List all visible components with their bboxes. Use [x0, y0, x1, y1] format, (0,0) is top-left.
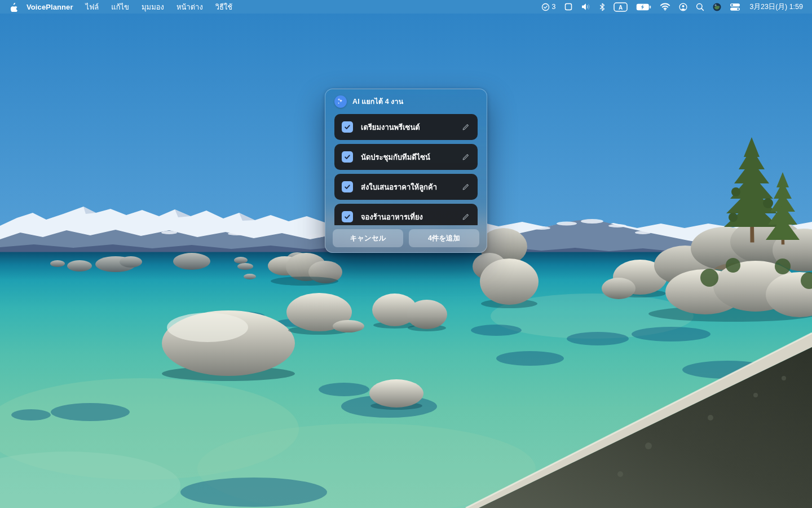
- task-row: นัดประชุมกับทีมดีไซน์: [334, 144, 478, 170]
- task-checkbox[interactable]: [342, 211, 353, 222]
- edit-task-button[interactable]: [460, 122, 470, 132]
- status-task-counter[interactable]: 3: [541, 3, 556, 11]
- task-row: จองร้านอาหารเที่ยง: [334, 204, 478, 225]
- ai-sparkle-icon: [337, 98, 345, 106]
- ai-task-dialog: AI แยกได้ 4 งาน เตรียมงานพรีเซนต์: [325, 89, 487, 253]
- pencil-icon: [461, 123, 470, 132]
- volume-icon: [581, 3, 591, 11]
- apple-menu[interactable]: [9, 2, 17, 12]
- status-user[interactable]: [679, 3, 687, 11]
- menu-file[interactable]: ไฟล์: [86, 1, 99, 13]
- status-volume[interactable]: [581, 3, 591, 11]
- status-control-center[interactable]: [730, 3, 740, 11]
- task-label: นัดประชุมกับทีมดีไซน์: [361, 151, 460, 163]
- user-account-icon: [679, 3, 687, 11]
- display-icon: [564, 3, 572, 11]
- checkmark-icon: [344, 124, 351, 130]
- checkmark-icon: [344, 154, 351, 160]
- pencil-icon: [461, 183, 470, 191]
- task-label: เตรียมงานพรีเซนต์: [361, 121, 460, 133]
- input-source-icon: A: [614, 2, 628, 12]
- task-label: จองร้านอาหารเที่ยง: [361, 211, 460, 223]
- app-menu-title[interactable]: VoicePlanner: [27, 3, 73, 11]
- input-source-letter: A: [618, 4, 622, 10]
- desktop-globe-icon: [713, 3, 721, 11]
- task-checkbox[interactable]: [342, 181, 353, 192]
- task-list: เตรียมงานพรีเซนต์ นัดประชุมกับทีมดีไซน์: [334, 114, 478, 225]
- task-label: ส่งใบเสนอราคาให้ลูกค้า: [361, 181, 460, 193]
- dialog-title: AI แยกได้ 4 งาน: [352, 96, 403, 107]
- control-center-icon: [730, 3, 740, 11]
- menu-view[interactable]: มุมมอง: [142, 1, 164, 13]
- task-checkbox[interactable]: [342, 151, 353, 163]
- menu-edit[interactable]: แก้ไข: [111, 1, 129, 13]
- dialog-actions: キャンセル 4件を追加: [333, 229, 479, 247]
- edit-task-button[interactable]: [460, 152, 470, 162]
- pencil-icon: [461, 153, 470, 161]
- status-search[interactable]: [696, 3, 704, 11]
- wallpaper-lake-tahoe: [0, 0, 812, 508]
- status-desktop-globe[interactable]: [713, 3, 721, 11]
- ai-sparkle-badge: [334, 95, 347, 108]
- menu-bar-clock[interactable]: 3月23日(月) 1:59: [750, 2, 803, 12]
- task-checkbox[interactable]: [342, 121, 353, 133]
- dialog-header: AI แยกได้ 4 งาน: [325, 89, 487, 114]
- checkmark-icon: [344, 213, 351, 220]
- checkmark-icon: [344, 183, 351, 190]
- pencil-icon: [461, 213, 470, 221]
- cancel-button[interactable]: キャンセル: [333, 229, 403, 247]
- add-tasks-button[interactable]: 4件を追加: [409, 229, 479, 247]
- menu-help[interactable]: วิธีใช้: [215, 1, 232, 13]
- edit-task-button[interactable]: [460, 212, 470, 222]
- task-counter-value: 3: [552, 3, 556, 11]
- status-wifi[interactable]: [660, 3, 670, 11]
- bluetooth-icon: [599, 3, 605, 11]
- status-battery[interactable]: [636, 3, 651, 11]
- menu-bar: VoicePlanner ไฟล์ แก้ไข มุมมอง หน้าต่าง …: [0, 0, 812, 14]
- status-display[interactable]: [564, 3, 572, 11]
- battery-charging-icon: [636, 3, 651, 11]
- edit-task-button[interactable]: [460, 182, 470, 192]
- task-row: ส่งใบเสนอราคาให้ลูกค้า: [334, 174, 478, 200]
- task-row: เตรียมงานพรีเซนต์: [334, 114, 478, 140]
- desktop: VoicePlanner ไฟล์ แก้ไข มุมมอง หน้าต่าง …: [0, 0, 812, 508]
- wifi-icon: [660, 3, 670, 11]
- status-input-source[interactable]: A: [614, 2, 628, 12]
- apple-icon: [9, 2, 17, 12]
- status-bluetooth[interactable]: [599, 3, 605, 11]
- menu-window[interactable]: หน้าต่าง: [176, 1, 203, 13]
- search-icon: [696, 3, 704, 11]
- task-check-circle-icon: [541, 3, 550, 11]
